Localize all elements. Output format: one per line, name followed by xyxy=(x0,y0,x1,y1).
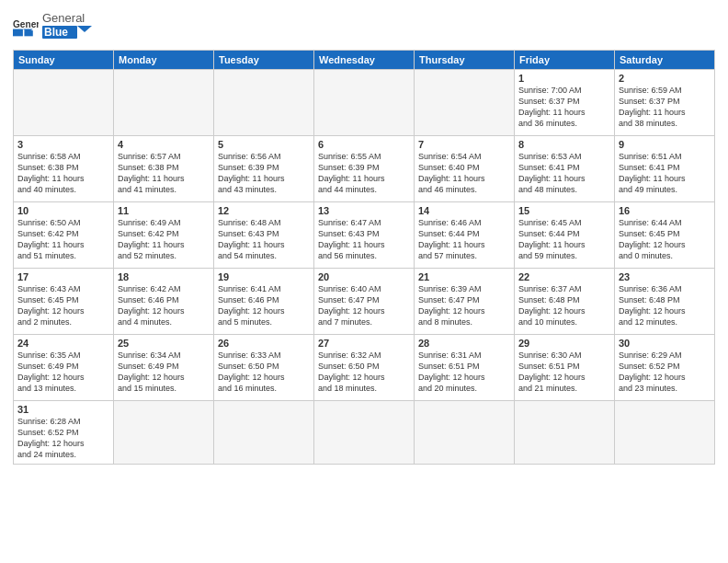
day-number: 4 xyxy=(118,139,210,150)
svg-rect-1 xyxy=(13,29,23,37)
day-info: Sunrise: 6:40 AM Sunset: 6:47 PM Dayligh… xyxy=(318,283,410,328)
svg-text:General: General xyxy=(42,11,85,25)
svg-text:Blue: Blue xyxy=(44,26,68,39)
calendar-cell: 21Sunrise: 6:39 AM Sunset: 6:47 PM Dayli… xyxy=(415,269,515,335)
calendar-cell xyxy=(114,401,214,465)
calendar-cell xyxy=(415,70,515,136)
day-number: 25 xyxy=(118,338,210,349)
calendar-cell xyxy=(14,70,114,136)
calendar-cell: 13Sunrise: 6:47 AM Sunset: 6:43 PM Dayli… xyxy=(314,202,415,269)
day-number: 6 xyxy=(318,139,410,150)
day-number: 24 xyxy=(17,338,109,349)
calendar-cell: 27Sunrise: 6:32 AM Sunset: 6:50 PM Dayli… xyxy=(314,335,415,401)
calendar-cell: 1Sunrise: 7:00 AM Sunset: 6:37 PM Daylig… xyxy=(515,70,615,136)
day-info: Sunrise: 6:45 AM Sunset: 6:44 PM Dayligh… xyxy=(518,217,610,262)
day-number: 1 xyxy=(518,73,610,84)
svg-text:General: General xyxy=(13,19,39,29)
day-number: 23 xyxy=(619,271,711,282)
day-info: Sunrise: 6:35 AM Sunset: 6:49 PM Dayligh… xyxy=(17,350,109,395)
day-info: Sunrise: 6:39 AM Sunset: 6:47 PM Dayligh… xyxy=(418,283,510,328)
calendar-cell xyxy=(314,401,415,465)
day-number: 16 xyxy=(619,205,711,216)
day-info: Sunrise: 6:28 AM Sunset: 6:52 PM Dayligh… xyxy=(17,416,109,461)
calendar-cell: 11Sunrise: 6:49 AM Sunset: 6:42 PM Dayli… xyxy=(114,202,214,269)
day-number: 31 xyxy=(17,404,109,415)
day-number: 28 xyxy=(418,338,510,349)
calendar-week-4: 17Sunrise: 6:43 AM Sunset: 6:45 PM Dayli… xyxy=(14,269,715,335)
calendar-cell: 19Sunrise: 6:41 AM Sunset: 6:46 PM Dayli… xyxy=(214,269,314,335)
calendar-cell: 5Sunrise: 6:56 AM Sunset: 6:39 PM Daylig… xyxy=(214,136,314,202)
day-number: 30 xyxy=(619,338,711,349)
col-header-tuesday: Tuesday xyxy=(214,51,314,70)
page-container: General General Blue SundayMondayTuesd xyxy=(0,0,728,472)
day-number: 12 xyxy=(218,205,310,216)
day-info: Sunrise: 6:42 AM Sunset: 6:46 PM Dayligh… xyxy=(118,283,210,328)
calendar-cell: 29Sunrise: 6:30 AM Sunset: 6:51 PM Dayli… xyxy=(515,335,615,401)
day-info: Sunrise: 6:44 AM Sunset: 6:45 PM Dayligh… xyxy=(619,217,711,262)
calendar-cell: 6Sunrise: 6:55 AM Sunset: 6:39 PM Daylig… xyxy=(314,136,415,202)
calendar-cell: 8Sunrise: 6:53 AM Sunset: 6:41 PM Daylig… xyxy=(515,136,615,202)
day-number: 8 xyxy=(518,139,610,150)
calendar-cell: 12Sunrise: 6:48 AM Sunset: 6:43 PM Dayli… xyxy=(214,202,314,269)
day-number: 17 xyxy=(17,271,109,282)
calendar-cell: 30Sunrise: 6:29 AM Sunset: 6:52 PM Dayli… xyxy=(615,335,715,401)
day-info: Sunrise: 6:43 AM Sunset: 6:45 PM Dayligh… xyxy=(17,283,109,328)
day-info: Sunrise: 6:55 AM Sunset: 6:39 PM Dayligh… xyxy=(318,151,410,196)
col-header-monday: Monday xyxy=(114,51,214,70)
day-number: 26 xyxy=(218,338,310,349)
day-info: Sunrise: 6:53 AM Sunset: 6:41 PM Dayligh… xyxy=(518,151,610,196)
day-number: 10 xyxy=(17,205,109,216)
day-info: Sunrise: 6:59 AM Sunset: 6:37 PM Dayligh… xyxy=(619,85,711,130)
col-header-sunday: Sunday xyxy=(14,51,114,70)
logo-icon: General xyxy=(13,17,39,38)
day-info: Sunrise: 6:32 AM Sunset: 6:50 PM Dayligh… xyxy=(318,350,410,395)
day-info: Sunrise: 6:50 AM Sunset: 6:42 PM Dayligh… xyxy=(17,217,109,262)
calendar-cell: 24Sunrise: 6:35 AM Sunset: 6:49 PM Dayli… xyxy=(14,335,114,401)
day-info: Sunrise: 6:54 AM Sunset: 6:40 PM Dayligh… xyxy=(418,151,510,196)
day-info: Sunrise: 6:51 AM Sunset: 6:41 PM Dayligh… xyxy=(619,151,711,196)
day-info: Sunrise: 6:46 AM Sunset: 6:44 PM Dayligh… xyxy=(418,217,510,262)
day-info: Sunrise: 6:29 AM Sunset: 6:52 PM Dayligh… xyxy=(619,350,711,395)
calendar-cell: 26Sunrise: 6:33 AM Sunset: 6:50 PM Dayli… xyxy=(214,335,314,401)
calendar-cell: 17Sunrise: 6:43 AM Sunset: 6:45 PM Dayli… xyxy=(14,269,114,335)
day-number: 13 xyxy=(318,205,410,216)
calendar-cell: 31Sunrise: 6:28 AM Sunset: 6:52 PM Dayli… xyxy=(14,401,114,465)
calendar-cell: 2Sunrise: 6:59 AM Sunset: 6:37 PM Daylig… xyxy=(615,70,715,136)
day-info: Sunrise: 6:56 AM Sunset: 6:39 PM Dayligh… xyxy=(218,151,310,196)
calendar-cell: 28Sunrise: 6:31 AM Sunset: 6:51 PM Dayli… xyxy=(415,335,515,401)
calendar-cell: 3Sunrise: 6:58 AM Sunset: 6:38 PM Daylig… xyxy=(14,136,114,202)
day-info: Sunrise: 6:31 AM Sunset: 6:51 PM Dayligh… xyxy=(418,350,510,395)
day-number: 15 xyxy=(518,205,610,216)
calendar-cell: 16Sunrise: 6:44 AM Sunset: 6:45 PM Dayli… xyxy=(615,202,715,269)
day-number: 3 xyxy=(17,139,109,150)
day-info: Sunrise: 6:41 AM Sunset: 6:46 PM Dayligh… xyxy=(218,283,310,328)
general-blue-logo: General Blue xyxy=(42,9,125,42)
svg-rect-3 xyxy=(24,30,32,36)
svg-marker-7 xyxy=(77,26,92,32)
day-number: 5 xyxy=(218,139,310,150)
calendar-week-6: 31Sunrise: 6:28 AM Sunset: 6:52 PM Dayli… xyxy=(14,401,715,465)
calendar-cell: 4Sunrise: 6:57 AM Sunset: 6:38 PM Daylig… xyxy=(114,136,214,202)
calendar-cell xyxy=(214,401,314,465)
day-info: Sunrise: 6:47 AM Sunset: 6:43 PM Dayligh… xyxy=(318,217,410,262)
calendar-cell xyxy=(515,401,615,465)
calendar-week-1: 1Sunrise: 7:00 AM Sunset: 6:37 PM Daylig… xyxy=(14,70,715,136)
day-info: Sunrise: 6:34 AM Sunset: 6:49 PM Dayligh… xyxy=(118,350,210,395)
col-header-saturday: Saturday xyxy=(615,51,715,70)
day-info: Sunrise: 6:33 AM Sunset: 6:50 PM Dayligh… xyxy=(218,350,310,395)
header: General General Blue xyxy=(13,9,715,46)
calendar-cell: 25Sunrise: 6:34 AM Sunset: 6:49 PM Dayli… xyxy=(114,335,214,401)
day-number: 14 xyxy=(418,205,510,216)
day-info: Sunrise: 6:49 AM Sunset: 6:42 PM Dayligh… xyxy=(118,217,210,262)
calendar-week-2: 3Sunrise: 6:58 AM Sunset: 6:38 PM Daylig… xyxy=(14,136,715,202)
calendar-cell: 18Sunrise: 6:42 AM Sunset: 6:46 PM Dayli… xyxy=(114,269,214,335)
calendar-cell: 9Sunrise: 6:51 AM Sunset: 6:41 PM Daylig… xyxy=(615,136,715,202)
col-header-wednesday: Wednesday xyxy=(314,51,415,70)
header-row: SundayMondayTuesdayWednesdayThursdayFrid… xyxy=(14,51,715,70)
calendar-cell xyxy=(615,401,715,465)
calendar-cell: 15Sunrise: 6:45 AM Sunset: 6:44 PM Dayli… xyxy=(515,202,615,269)
day-number: 18 xyxy=(118,271,210,282)
day-number: 7 xyxy=(418,139,510,150)
day-number: 27 xyxy=(318,338,410,349)
day-info: Sunrise: 6:58 AM Sunset: 6:38 PM Dayligh… xyxy=(17,151,109,196)
